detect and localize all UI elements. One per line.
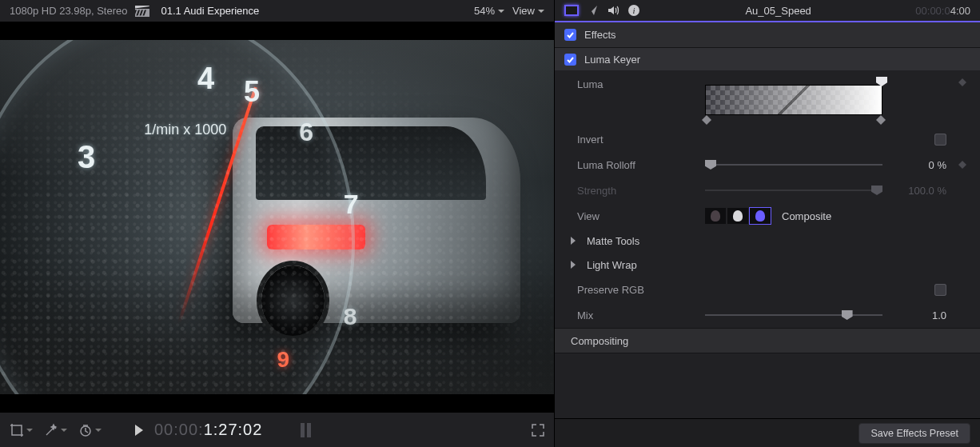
view-value-label: Composite [782,210,831,222]
param-label-luma: Luma [577,78,697,90]
inspector-clip-duration: 00:00:04:00 [915,5,970,17]
effects-enable-checkbox[interactable] [564,29,576,41]
viewer-format: 1080p HD 23.98p, Stereo [10,5,127,17]
param-label-rolloff: Luma Rolloff [577,159,697,171]
clapperboard-icon [135,6,149,17]
disclosure-triangle-icon[interactable] [571,237,576,245]
param-label-strength: Strength [577,185,697,197]
generator-inspector-tab-icon[interactable] [585,3,600,18]
crop-tool-dropdown[interactable] [10,423,33,437]
param-label-invert: Invert [577,134,697,146]
zoom-dropdown[interactable]: 54% [474,5,504,17]
retime-tool-dropdown[interactable] [78,423,102,437]
strength-value: 100.0 % [890,185,946,197]
invert-checkbox[interactable] [934,134,946,146]
view-option-matte[interactable] [727,208,748,224]
luma-gradient-control[interactable] [705,78,882,122]
param-label-view: View [577,210,697,222]
strength-slider [705,184,882,197]
compositing-section-label[interactable]: Compositing [555,328,980,353]
luma-keyer-enable-checkbox[interactable] [564,54,576,66]
zoom-value: 54% [474,5,495,17]
chevron-down-icon [498,8,504,14]
play-icon [135,425,143,436]
light-wrap-label[interactable]: Light Wrap [587,259,637,271]
enhance-tool-dropdown[interactable] [44,423,67,437]
view-dropdown[interactable]: View [512,5,544,17]
svg-rect-14 [577,12,579,14]
info-inspector-tab-icon[interactable]: i [627,3,641,18]
svg-rect-8 [566,6,577,14]
svg-rect-13 [577,9,579,10]
playhead-timecode[interactable]: 00:00:1:27:02 [154,421,262,439]
chevron-down-icon [26,427,33,433]
svg-text:i: i [632,6,635,15]
fullscreen-button[interactable] [532,424,544,437]
keyframe-button[interactable] [954,161,970,169]
matte-tools-label[interactable]: Matte Tools [587,235,639,247]
view-option-composite[interactable] [750,208,771,224]
svg-rect-10 [564,9,566,10]
video-inspector-tab-icon[interactable] [564,3,579,18]
luma-handle-bottom-left-icon[interactable] [702,115,711,125]
disclosure-triangle-icon[interactable] [571,261,576,269]
param-label-mix: Mix [577,309,697,321]
rolloff-value[interactable]: 0 % [890,159,946,171]
audio-inspector-tab-icon[interactable] [606,3,620,18]
mix-slider[interactable] [705,309,882,321]
luma-handle-bottom-right-icon[interactable] [876,115,886,125]
save-effects-preset-button[interactable]: Save Effects Preset [858,423,970,444]
keyframe-button[interactable] [954,78,970,86]
rolloff-slider[interactable] [705,158,882,171]
luma-keyer-label: Luma Keyer [584,54,640,66]
chevron-down-icon [95,427,102,433]
svg-rect-11 [564,12,566,14]
chevron-down-icon [538,8,544,14]
chevron-down-icon [61,427,67,433]
svg-rect-9 [564,6,566,7]
effects-section-label: Effects [584,29,616,41]
view-option-source[interactable] [705,208,726,224]
inspector-clip-name: Au_05_Speed [649,5,907,17]
audio-meter-icon [301,423,311,437]
preserve-rgb-checkbox[interactable] [934,284,946,296]
param-label-preserve-rgb: Preserve RGB [577,284,697,296]
svg-rect-12 [577,6,579,7]
svg-rect-5 [135,6,149,9]
play-button[interactable] [135,425,143,436]
viewer-canvas[interactable]: 1/min x 1000 3 4 5 6 7 8 9 [0,22,554,412]
viewer-title: 01.1 Audi Experience [161,5,259,17]
mix-value[interactable]: 1.0 [890,309,946,321]
view-label: View [512,5,535,17]
